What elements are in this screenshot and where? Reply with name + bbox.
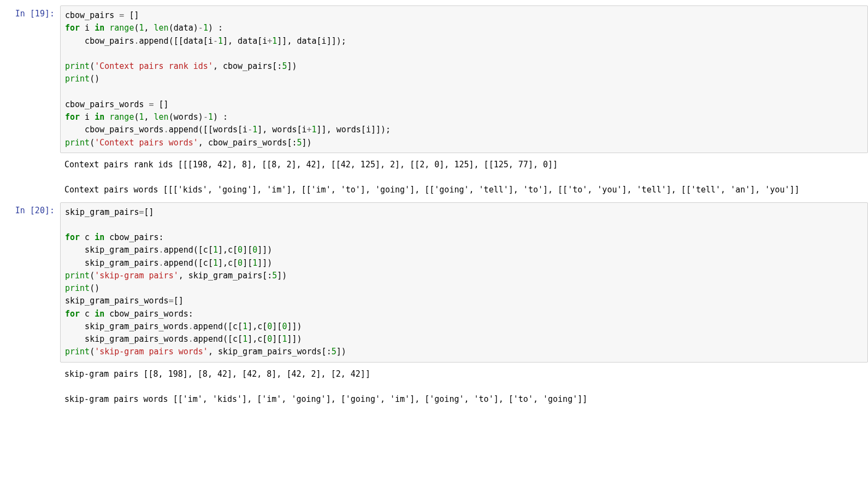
code-cell: In [20]:skip_gram_pairs=[] for c in cbow… <box>0 202 868 363</box>
token-op: . <box>134 36 139 46</box>
token-kw-green: in <box>95 23 104 33</box>
token-str: 'Context pairs words' <box>95 138 198 148</box>
token-builtin: print <box>65 271 90 281</box>
token-num-green: 1 <box>282 334 287 344</box>
output-cell: Context pairs rank ids [[[198, 42], 8], … <box>0 155 868 200</box>
code-input[interactable]: cbow_pairs = [] for i in range(1, len(da… <box>60 5 868 153</box>
notebook-container: In [19]:cbow_pairs = [] for i in range(1… <box>0 5 868 409</box>
token-kw-green: for <box>65 309 80 319</box>
token-op: - <box>198 23 203 33</box>
token-builtin: print <box>65 74 90 84</box>
token-num-green: 1 <box>272 36 277 46</box>
token-num-green: 0 <box>252 245 257 255</box>
token-str: 'skip-gram pairs words' <box>95 347 208 357</box>
token-str: 'Context pairs rank ids' <box>95 61 213 71</box>
token-num-green: 5 <box>282 61 287 71</box>
token-op: + <box>307 125 312 135</box>
token-num-green: 0 <box>238 245 243 255</box>
token-str: 'skip-gram pairs' <box>95 271 179 281</box>
token-builtin: len <box>154 112 169 122</box>
token-kw-green: for <box>65 232 80 242</box>
input-prompt: In [19]: <box>0 5 60 153</box>
token-num-green: 1 <box>243 322 247 331</box>
token-op: . <box>159 245 164 255</box>
token-op: . <box>188 334 193 344</box>
token-op: = <box>149 100 154 109</box>
token-num-green: 1 <box>213 245 218 255</box>
token-op: = <box>139 207 144 217</box>
token-builtin: print <box>65 138 90 148</box>
token-builtin: range <box>109 23 134 33</box>
token-num-green: 1 <box>312 125 317 135</box>
token-num-green: 0 <box>282 322 287 331</box>
token-kw-green: for <box>65 23 80 33</box>
token-num-green: 5 <box>332 347 336 357</box>
token-num-green: 1 <box>243 334 247 344</box>
token-num-green: 1 <box>139 112 144 122</box>
token-op: = <box>169 296 174 306</box>
token-num-green: 5 <box>297 138 302 148</box>
token-num-green: 1 <box>218 36 223 46</box>
token-num-green: 0 <box>267 322 272 331</box>
token-op: . <box>164 125 169 135</box>
code-cell: In [19]:cbow_pairs = [] for i in range(1… <box>0 5 868 153</box>
token-num-green: 1 <box>203 23 208 33</box>
token-kw-green: for <box>65 112 80 122</box>
output-text: Context pairs rank ids [[[198, 42], 8], … <box>60 155 868 200</box>
token-num-green: 1 <box>139 23 144 33</box>
token-kw-green: in <box>95 112 104 122</box>
token-op: . <box>159 258 164 268</box>
token-op: + <box>267 36 272 46</box>
token-builtin: len <box>154 23 169 33</box>
output-text: skip-gram pairs [[8, 198], [8, 42], [42,… <box>60 365 868 410</box>
token-builtin: print <box>65 61 90 71</box>
token-op: - <box>247 125 252 135</box>
token-kw-green: in <box>95 309 104 319</box>
token-num-green: 1 <box>208 112 213 122</box>
token-num-green: 5 <box>272 271 277 281</box>
token-num-green: 1 <box>252 258 257 268</box>
input-prompt: In [20]: <box>0 202 60 363</box>
token-num-green: 1 <box>213 258 218 268</box>
token-num-green: 1 <box>252 125 257 135</box>
token-num-green: 0 <box>267 334 272 344</box>
token-op: - <box>213 36 218 46</box>
token-builtin: range <box>109 112 134 122</box>
output-cell: skip-gram pairs [[8, 198], [8, 42], [42,… <box>0 365 868 410</box>
token-op: = <box>119 10 124 20</box>
token-num-green: 0 <box>238 258 243 268</box>
token-kw-green: in <box>95 232 104 242</box>
token-op: - <box>203 112 208 122</box>
token-op: . <box>188 322 193 331</box>
token-builtin: print <box>65 283 90 293</box>
code-input[interactable]: skip_gram_pairs=[] for c in cbow_pairs: … <box>60 202 868 363</box>
token-builtin: print <box>65 347 90 357</box>
